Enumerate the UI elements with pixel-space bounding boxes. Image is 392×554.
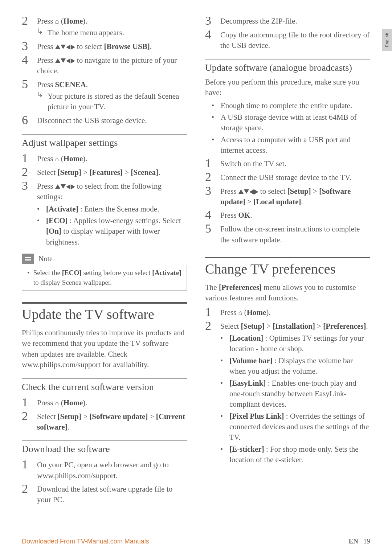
download-link[interactable]: Downloaded From TV-Manual.com Manuals — [22, 538, 149, 545]
step-number: 1 — [205, 157, 214, 169]
list-item: •[Pixel Plus Link] : Overrides the setti… — [220, 411, 370, 443]
step-item: 6 Disconnect the USB storage device. — [22, 114, 187, 126]
home-icon: ⌂ — [55, 155, 59, 164]
step-item: 4 Press OK. — [205, 209, 370, 221]
step-item: 3 Press to select from the following set… — [22, 180, 187, 249]
step-item: 2 Press ⌂ (Home). ↳The home menu appears… — [22, 15, 187, 38]
step-number: 2 — [22, 410, 30, 433]
heading-wallpaper: Adjust wallpaper settings — [22, 138, 187, 148]
analogue-intro: Before you perform this procedure, make … — [205, 77, 370, 98]
step-text: Press ⌂ (Home). — [37, 396, 87, 409]
step-number: 3 — [205, 185, 214, 208]
step-number: 2 — [22, 15, 30, 38]
home-icon: ⌂ — [55, 399, 59, 408]
step-number: 1 — [205, 306, 214, 318]
step-item: 1 Press ⌂ (Home). — [22, 396, 187, 409]
check-version-steps: 1 Press ⌂ (Home). 2 Select [Setup] > [So… — [22, 396, 187, 433]
right-column: 3 Decompress the ZIP-file. 4 Copy the au… — [205, 15, 370, 507]
major-divider — [22, 302, 187, 304]
step-item: 1 Switch on the TV set. — [205, 157, 370, 169]
step-item: 2 Connect the USB storage device to the … — [205, 171, 370, 183]
step-item: 4 Press to navigate to the picture of yo… — [22, 54, 187, 77]
left-column: 2 Press ⌂ (Home). ↳The home menu appears… — [22, 15, 187, 507]
prefs-bullets: •[Location] : Optimises TV settings for … — [220, 333, 370, 465]
step-number: 3 — [22, 180, 30, 249]
download-steps-continued: 3 Decompress the ZIP-file. 4 Copy the au… — [205, 15, 370, 51]
result-arrow-icon: ↳ — [37, 28, 43, 35]
step-number: 6 — [22, 114, 30, 126]
note-icon — [22, 254, 34, 264]
step-text: Press to select from the following setti… — [37, 180, 187, 249]
step-number: 5 — [205, 222, 214, 245]
nav-keys-icon — [55, 45, 75, 50]
heading-preferences: Change TV preferences — [205, 261, 370, 277]
home-icon: ⌂ — [238, 308, 242, 317]
scenea-steps-continued: 2 Press ⌂ (Home). ↳The home menu appears… — [22, 15, 187, 126]
step-item: 2 Select [Setup] > [Features] > [Scenea]… — [22, 166, 187, 178]
step-item: 5 Press SCENEA. ↳Your picture is stored … — [22, 78, 187, 112]
step-item: 2 Select [Setup] > [Installation] > [Pre… — [205, 320, 370, 467]
step-number: 2 — [22, 166, 30, 178]
home-icon: ⌂ — [55, 17, 59, 26]
major-divider — [205, 257, 370, 258]
step-item: 1 On your PC, open a web browser and go … — [22, 458, 187, 481]
step-item: 1 Press ⌂ (Home). — [205, 306, 370, 318]
list-item: •[Volume bar] : Displays the volume bar … — [220, 356, 370, 377]
divider — [205, 59, 370, 59]
step-number: 2 — [205, 171, 214, 183]
list-item: •[ECO] : Applies low-energy settings. Se… — [37, 216, 187, 247]
heading-update-software: Update the TV software — [22, 307, 187, 323]
step-number: 2 — [22, 483, 30, 505]
settings-bullets: •[Activate] : Enters the Scenea mode. •[… — [37, 204, 187, 248]
step-number: 3 — [22, 40, 30, 52]
step-text: Select [Setup] > [Features] > [Scenea]. — [37, 166, 160, 178]
heading-download: Download the software — [22, 444, 187, 455]
step-number: 4 — [205, 28, 214, 51]
note-label: Note — [38, 255, 53, 263]
page-number: EN19 — [349, 537, 370, 545]
step-number: 1 — [22, 152, 30, 164]
step-number: 2 — [205, 320, 214, 467]
analogue-steps: 1 Switch on the TV set. 2 Connect the US… — [205, 157, 370, 246]
divider — [22, 378, 187, 379]
divider — [22, 134, 187, 135]
list-item: •[E-sticker] : For shop mode only. Sets … — [220, 444, 370, 465]
step-text: Press to select [Setup] > [Software upda… — [220, 185, 370, 208]
list-item: •[EasyLink] : Enables one-touch play and… — [220, 378, 370, 410]
nav-keys-icon — [55, 58, 75, 63]
prefs-paragraph: The [Preferences] menu allows you to cus… — [205, 282, 370, 304]
step-text: Select [Setup] > [Installation] > [Prefe… — [220, 320, 370, 467]
step-number: 4 — [205, 209, 214, 221]
nav-keys-icon — [55, 184, 75, 189]
download-steps: 1 On your PC, open a web browser and go … — [22, 458, 187, 505]
step-number: 4 — [22, 54, 30, 77]
step-text: Disconnect the USB storage device. — [37, 114, 147, 126]
result-arrow-icon: ↳ — [37, 91, 43, 98]
divider — [22, 440, 187, 441]
list-item: •[Activate] : Enters the Scenea mode. — [37, 204, 187, 214]
step-text: Press to navigate to the picture of your… — [37, 54, 187, 77]
list-item: •Access to a computer with a USB port an… — [212, 135, 370, 156]
prefs-steps: 1 Press ⌂ (Home). 2 Select [Setup] > [In… — [205, 306, 370, 467]
step-number: 3 — [205, 15, 214, 27]
step-item: 4 Copy the autorun.upg file to the root … — [205, 28, 370, 51]
step-item: 3 Press to select [Setup] > [Software up… — [205, 185, 370, 208]
step-text: On your PC, open a web browser and go to… — [37, 458, 187, 481]
step-text: Switch on the TV set. — [220, 157, 286, 169]
step-text: Press ⌂ (Home). — [37, 152, 87, 164]
step-text: Press SCENEA. ↳Your picture is stored as… — [37, 78, 187, 112]
step-item: 1 Press ⌂ (Home). — [22, 152, 187, 164]
step-item: 3 Press to select [Browse USB]. — [22, 40, 187, 52]
step-text: Press ⌂ (Home). ↳The home menu appears. — [37, 15, 124, 38]
step-text: Press to select [Browse USB]. — [37, 40, 152, 52]
step-item: 5 Follow the on-screen instructions to c… — [205, 222, 370, 245]
heading-analogue: Update software (analogue broadcasts) — [205, 62, 370, 73]
nav-keys-icon — [238, 189, 258, 194]
update-paragraph: Philips continuously tries to improve it… — [22, 328, 187, 370]
step-text: Follow the on-screen instructions to com… — [220, 222, 370, 245]
wallpaper-steps: 1 Press ⌂ (Home). 2 Select [Setup] > [Fe… — [22, 152, 187, 249]
step-number: 1 — [22, 396, 30, 409]
page-footer: Downloaded From TV-Manual.com Manuals EN… — [22, 537, 370, 545]
heading-check-version: Check the current software version — [22, 382, 187, 393]
language-tab: English — [382, 29, 392, 51]
